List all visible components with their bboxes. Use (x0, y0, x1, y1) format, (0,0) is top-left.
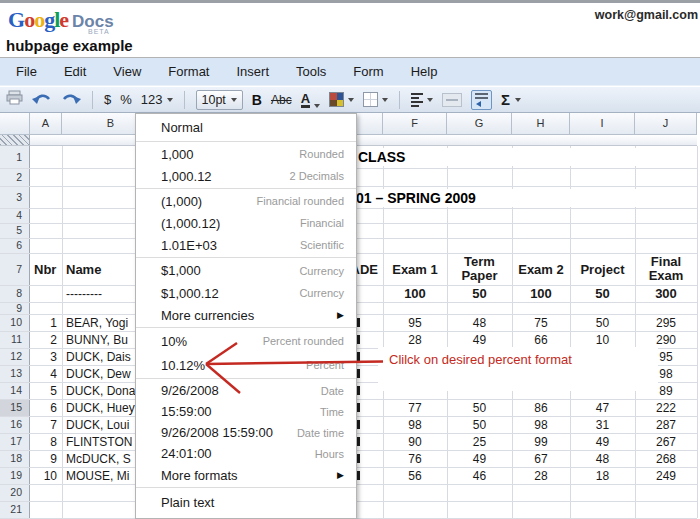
cell-final-exam[interactable]: 267 (635, 433, 697, 450)
row-header-5[interactable]: 5 (0, 223, 26, 238)
borders-button[interactable] (363, 92, 388, 107)
cell-header-nbr[interactable]: Nbr (30, 253, 62, 285)
currency-format-button[interactable]: $ (104, 92, 111, 107)
format-option-1-000[interactable]: $1,000Currency (136, 259, 356, 282)
cell-project[interactable]: 10 (570, 331, 635, 348)
percent-format-button[interactable]: % (120, 92, 132, 107)
cell-points-exam1[interactable]: 100 (383, 285, 447, 302)
menu-view[interactable]: View (113, 64, 141, 79)
cell-class-title[interactable]: CLASS (358, 148, 695, 166)
cell-project[interactable]: 31 (570, 416, 635, 433)
cell-project[interactable]: 49 (570, 433, 635, 450)
menu-insert[interactable]: Insert (236, 64, 269, 79)
cell-header-term-paper[interactable]: Term Paper (447, 253, 512, 285)
cell-final-exam[interactable]: 249 (635, 467, 697, 484)
row-header-18[interactable]: 18 (0, 450, 26, 467)
font-size-button[interactable]: 10pt (196, 90, 243, 110)
select-all-corner[interactable] (0, 113, 30, 135)
format-option-15-59-00[interactable]: 15:59:00Time (136, 401, 356, 422)
row-header-12[interactable]: 12 (0, 348, 26, 365)
format-option-1-000[interactable]: (1,000)Financial rounded (136, 190, 356, 212)
format-option-more-formats[interactable]: More formats▶ (136, 464, 356, 486)
row-header-3[interactable]: 3 (0, 186, 26, 208)
menu-format[interactable]: Format (168, 64, 209, 79)
column-header-j[interactable]: J (635, 113, 697, 135)
row-header-16[interactable]: 16 (0, 416, 26, 433)
row-header-14[interactable]: 14 (0, 382, 26, 399)
row-header-6[interactable]: 6 (0, 238, 26, 253)
cell-project[interactable]: 47 (570, 399, 635, 416)
cell-header-final-exam[interactable]: Final Exam (635, 253, 697, 285)
row-header-13[interactable]: 13 (0, 365, 26, 382)
format-option-9-26-2008-15-59-00[interactable]: 9/26/2008 15:59:00Date time (136, 422, 356, 443)
row-header-20[interactable]: 20 (0, 484, 26, 501)
cell-student-nbr[interactable]: 6 (30, 399, 62, 416)
format-option-more-currencies[interactable]: More currencies▶ (136, 304, 356, 326)
row-header-19[interactable]: 19 (0, 467, 26, 484)
cell-term-paper[interactable]: 49 (447, 450, 512, 467)
number-format-button[interactable]: 123 (141, 92, 173, 107)
menu-help[interactable]: Help (411, 64, 438, 79)
menu-edit[interactable]: Edit (64, 64, 86, 79)
row-header-9[interactable]: 9 (0, 302, 26, 314)
menu-file[interactable]: File (16, 64, 37, 79)
cell-student-nbr[interactable]: 8 (30, 433, 62, 450)
cell-student-nbr[interactable]: 7 (30, 416, 62, 433)
row-header-10[interactable]: 10 (0, 314, 26, 331)
format-option-9-26-2008[interactable]: 9/26/2008Date (136, 380, 356, 401)
cell-student-nbr[interactable]: 4 (30, 365, 62, 382)
column-header-a[interactable]: A (30, 113, 62, 135)
format-option-1-000[interactable]: 1,000Rounded (136, 143, 356, 165)
format-option-10-12[interactable]: 10.12%Percent (136, 353, 356, 377)
format-option-plain-text[interactable]: Plain text (136, 489, 356, 515)
format-option-1-01e-03[interactable]: 1.01E+03Scientific (136, 234, 356, 256)
cell-exam1[interactable]: 76 (383, 450, 447, 467)
format-option-1-000-12[interactable]: $1,000.12Currency (136, 282, 356, 304)
menu-tools[interactable]: Tools (296, 64, 326, 79)
cell-student-nbr[interactable]: 10 (30, 467, 62, 484)
cell-exam1[interactable]: 77 (383, 399, 447, 416)
cell-header-exam1[interactable]: Exam 1 (383, 253, 447, 285)
wrap-text-button[interactable] (471, 90, 492, 110)
cell-points-final-exam[interactable]: 300 (635, 285, 697, 302)
format-option-1-000-12[interactable]: 1,000.122 Decimals (136, 165, 356, 187)
row-header-21[interactable]: 21 (0, 501, 26, 518)
cell-final-exam[interactable]: 295 (635, 314, 697, 331)
strikethrough-button[interactable]: Abc (271, 93, 292, 107)
print-icon[interactable] (6, 90, 23, 109)
row-header-4[interactable]: 4 (0, 208, 26, 223)
column-header-i[interactable]: I (570, 113, 635, 135)
cell-exam1[interactable]: 28 (383, 331, 447, 348)
cell-points-term-paper[interactable]: 50 (447, 285, 512, 302)
format-option-1-000-12[interactable]: (1,000.12)Financial (136, 212, 356, 234)
cell-project[interactable]: 48 (570, 450, 635, 467)
cell-final-exam[interactable]: 290 (635, 331, 697, 348)
menu-form[interactable]: Form (353, 64, 383, 79)
fill-color-button[interactable] (329, 92, 354, 107)
document-title[interactable]: hubpage example (6, 37, 133, 54)
cell-term-paper[interactable]: 50 (447, 399, 512, 416)
cell-exam1[interactable]: 95 (383, 314, 447, 331)
cell-header-exam2[interactable]: Exam 2 (512, 253, 570, 285)
row-header-1[interactable]: 1 (0, 146, 26, 168)
formulas-button[interactable]: Σ (501, 91, 521, 108)
align-button[interactable] (411, 93, 433, 107)
cell-term-paper[interactable]: 46 (447, 467, 512, 484)
cell-header-project[interactable]: Project (570, 253, 635, 285)
cell-term-paper[interactable]: 48 (447, 314, 512, 331)
cell-exam2[interactable]: 28 (512, 467, 570, 484)
cell-term-title[interactable]: 01 – SPRING 2009 (356, 189, 695, 207)
column-header-h[interactable]: H (512, 113, 570, 135)
bold-button[interactable]: B (252, 92, 262, 108)
cell-student-nbr[interactable]: 3 (30, 348, 62, 365)
row-header-7[interactable]: 7 (0, 253, 26, 285)
cell-exam2[interactable]: 67 (512, 450, 570, 467)
cell-exam2[interactable]: 98 (512, 416, 570, 433)
cell-exam1[interactable]: 98 (383, 416, 447, 433)
cell-exam2[interactable]: 86 (512, 399, 570, 416)
row-header-15[interactable]: 15 (0, 399, 26, 416)
row-header-11[interactable]: 11 (0, 331, 26, 348)
cell-project[interactable]: 50 (570, 314, 635, 331)
cell-points-exam2[interactable]: 100 (512, 285, 570, 302)
cell-exam2[interactable]: 66 (512, 331, 570, 348)
